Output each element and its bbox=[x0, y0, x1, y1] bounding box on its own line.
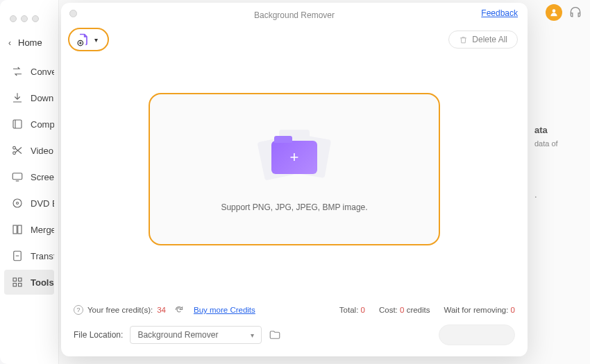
sidebar-item-merger[interactable]: Merger bbox=[4, 217, 54, 242]
cost-label: Cost: 0 credits bbox=[379, 306, 430, 314]
cost-value: 0 bbox=[400, 306, 404, 314]
scissors-icon bbox=[11, 144, 24, 157]
sidebar: ‹ Home Converter Downloader Compressor V… bbox=[0, 0, 59, 364]
sidebar-item-tools[interactable]: Tools bbox=[4, 270, 54, 295]
sidebar-item-screen-recorder[interactable]: Screen Recorder bbox=[4, 164, 54, 189]
drop-text: Support PNG, JPG, JPEG, BMP image. bbox=[221, 202, 367, 212]
window-min-dot[interactable] bbox=[21, 15, 28, 22]
chevron-down-icon: ▾ bbox=[94, 36, 98, 44]
grid-icon bbox=[11, 276, 24, 288]
convert-icon bbox=[11, 65, 24, 78]
wait-label: Wait for removing: 0 bbox=[444, 306, 516, 314]
add-image-button[interactable]: ▾ bbox=[68, 28, 109, 51]
support-icon[interactable] bbox=[568, 5, 583, 20]
traffic-lights bbox=[0, 8, 58, 33]
trash-icon bbox=[459, 35, 468, 44]
sidebar-item-video-editor[interactable]: Video Editor bbox=[4, 138, 54, 163]
background-remover-modal: Background Remover Feedback ▾ Delete All bbox=[61, 3, 528, 356]
sidebar-item-label: Compressor bbox=[31, 119, 54, 130]
plus-icon: + bbox=[290, 148, 299, 166]
sidebar-item-transfer[interactable]: Transfer bbox=[4, 243, 54, 268]
modal-title: Background Remover bbox=[254, 10, 335, 20]
browse-folder-button[interactable] bbox=[269, 329, 281, 341]
merge-icon bbox=[11, 223, 24, 236]
home-nav[interactable]: ‹ Home bbox=[0, 33, 58, 58]
folder-illustration: + bbox=[253, 126, 336, 189]
delete-all-button[interactable]: Delete All bbox=[448, 31, 518, 49]
disc-icon bbox=[11, 197, 24, 209]
window-close-dot[interactable] bbox=[10, 15, 17, 22]
credits-label: Your free credit(s): bbox=[87, 306, 153, 314]
svg-rect-6 bbox=[13, 225, 17, 234]
bg-panel-ellipsis: . bbox=[534, 189, 576, 200]
start-button[interactable] bbox=[439, 324, 515, 345]
sidebar-item-compressor[interactable]: Compressor bbox=[4, 112, 54, 137]
svg-rect-7 bbox=[18, 225, 22, 234]
credits-row: ? Your free credit(s): 34 Buy more Credi… bbox=[61, 305, 528, 315]
svg-rect-12 bbox=[19, 284, 22, 287]
transfer-icon bbox=[11, 250, 24, 262]
home-label: Home bbox=[18, 37, 42, 48]
help-icon[interactable]: ? bbox=[74, 305, 83, 315]
sidebar-item-label: DVD Burner bbox=[31, 198, 54, 209]
sidebar-item-label: Tools bbox=[31, 277, 54, 288]
add-file-icon bbox=[76, 33, 90, 46]
file-location-value: Background Remover bbox=[137, 330, 218, 340]
svg-rect-10 bbox=[19, 278, 22, 281]
sidebar-item-label: Video Editor bbox=[31, 146, 54, 156]
svg-rect-3 bbox=[12, 173, 22, 180]
bg-panel-title: ata bbox=[534, 125, 576, 135]
window-max-dot[interactable] bbox=[32, 15, 39, 22]
sidebar-item-label: Converter bbox=[31, 67, 54, 77]
compress-icon bbox=[11, 118, 24, 130]
sidebar-item-dvd-burner[interactable]: DVD Burner bbox=[4, 191, 54, 216]
screen-icon bbox=[11, 171, 24, 183]
chevron-down-icon: ▾ bbox=[251, 331, 254, 339]
file-location-label: File Location: bbox=[74, 330, 123, 340]
bg-panel-sub: data of bbox=[534, 139, 576, 148]
refresh-button[interactable] bbox=[174, 305, 184, 315]
svg-rect-11 bbox=[13, 284, 17, 287]
sidebar-item-downloader[interactable]: Downloader bbox=[4, 85, 54, 110]
header-actions bbox=[546, 4, 583, 21]
feedback-link[interactable]: Feedback bbox=[481, 8, 518, 18]
file-location-select[interactable]: Background Remover ▾ bbox=[130, 326, 262, 344]
chevron-left-icon: ‹ bbox=[8, 38, 11, 48]
background-panel: ata data of . bbox=[534, 125, 576, 200]
delete-all-label: Delete All bbox=[472, 35, 507, 44]
drop-area-container: + Support PNG, JPG, JPEG, BMP image. bbox=[61, 54, 528, 305]
modal-header: Background Remover Feedback bbox=[61, 3, 528, 24]
modal-close-button[interactable] bbox=[69, 10, 77, 17]
download-icon bbox=[11, 92, 24, 104]
total-value: 0 bbox=[361, 306, 365, 314]
total-label: Total: 0 bbox=[339, 306, 365, 314]
wait-value: 0 bbox=[511, 306, 515, 314]
sidebar-item-converter[interactable]: Converter bbox=[4, 59, 54, 84]
buy-credits-link[interactable]: Buy more Credits bbox=[194, 306, 255, 314]
svg-point-5 bbox=[17, 202, 19, 205]
modal-toolbar: ▾ Delete All bbox=[61, 24, 528, 54]
sidebar-item-label: Transfer bbox=[31, 251, 54, 261]
drop-area[interactable]: + Support PNG, JPG, JPEG, BMP image. bbox=[149, 93, 440, 245]
sidebar-item-label: Merger bbox=[31, 225, 54, 235]
file-location-row: File Location: Background Remover ▾ bbox=[61, 315, 528, 356]
svg-rect-9 bbox=[13, 278, 17, 281]
credits-value: 34 bbox=[157, 306, 166, 314]
folder-icon: + bbox=[271, 141, 317, 174]
avatar[interactable] bbox=[546, 4, 562, 21]
svg-rect-0 bbox=[13, 120, 22, 128]
svg-point-4 bbox=[13, 199, 22, 207]
sidebar-item-label: Screen Recorder bbox=[31, 172, 54, 182]
sidebar-item-label: Downloader bbox=[31, 93, 54, 103]
